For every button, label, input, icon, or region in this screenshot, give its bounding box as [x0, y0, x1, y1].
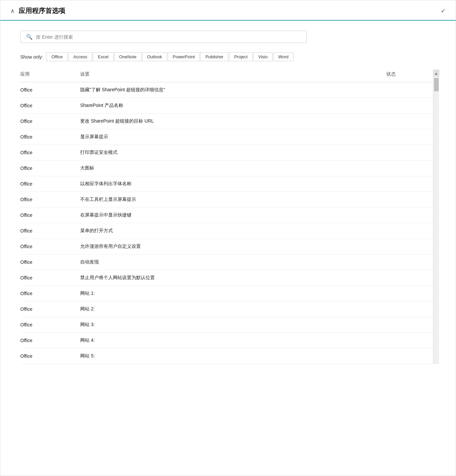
cell-app: Office	[20, 244, 80, 249]
cell-setting: 网站 3:	[80, 322, 386, 328]
table-main: 应用 设置 状态 Office 隐藏"了解 SharePoint 超链接的详细信…	[20, 69, 433, 364]
cell-app: Office	[20, 353, 80, 359]
cell-app: Office	[20, 103, 80, 108]
cell-app: Office	[20, 119, 80, 124]
table-row: Office 更改 SharePoint 超链接的目标 URL	[20, 114, 433, 129]
cell-app: Office	[20, 150, 80, 155]
scroll-up-icon[interactable]: ▲	[433, 70, 439, 77]
cell-setting: 以相应字体列出字体名称	[80, 181, 386, 187]
table-row: Office 网站 1:	[20, 286, 433, 301]
table-row: Office 隐藏"了解 SharePoint 超链接的详细信息"	[20, 82, 433, 98]
collapse-icon[interactable]: ∧	[10, 7, 15, 15]
cell-setting: 显示屏幕提示	[80, 134, 386, 140]
cell-setting: 自动发现	[80, 259, 386, 265]
scroll-thumb[interactable]	[434, 78, 439, 91]
scrollbar[interactable]: ▲	[433, 69, 439, 364]
header-setting: 设置	[80, 69, 386, 79]
cell-app: Office	[20, 166, 80, 171]
cell-app: Office	[20, 259, 80, 265]
table-row: Office 显示屏幕提示	[20, 129, 433, 145]
filter-label: Show only:	[20, 54, 43, 60]
table-row: Office 自动发现	[20, 254, 433, 270]
header-status: 状态	[386, 69, 426, 79]
table-row: Office 允许漫游所有用户自定义设置	[20, 239, 433, 254]
table-row: Office SharePoint 产品名称	[20, 98, 433, 114]
table-row: Office 网站 4:	[20, 333, 433, 348]
cell-setting: 隐藏"了解 SharePoint 超链接的详细信息"	[80, 87, 386, 93]
app-window: ∧ 应用程序首选项 ✓ 🔍 Show only: OfficeAccessExc…	[0, 0, 456, 476]
table-row: Office 以相应字体列出字体名称	[20, 176, 433, 192]
table-wrapper: 应用 设置 状态 Office 隐藏"了解 SharePoint 超链接的详细信…	[20, 69, 439, 364]
filter-btn-outlook[interactable]: Outlook	[142, 52, 167, 61]
cell-setting: 更改 SharePoint 超链接的目标 URL	[80, 118, 386, 124]
cell-setting: 禁止用户将个人网站设置为默认位置	[80, 275, 386, 281]
cell-setting: 网站 5:	[80, 353, 386, 359]
confirm-icon[interactable]: ✓	[441, 7, 446, 15]
cell-app: Office	[20, 87, 80, 93]
title-bar: ∧ 应用程序首选项 ✓	[0, 0, 456, 21]
filter-btn-visio[interactable]: Visio	[253, 52, 273, 61]
cell-setting: 在屏幕提示中显示快捷键	[80, 212, 386, 218]
table-row: Office 网站 5:	[20, 348, 433, 364]
cell-setting: 打印票证安全模式	[80, 150, 386, 156]
cell-setting: 不在工具栏上显示屏幕提示	[80, 197, 386, 203]
table-row: Office 大图标	[20, 161, 433, 176]
cell-app: Office	[20, 134, 80, 140]
cell-setting: 网站 1:	[80, 290, 386, 296]
title-bar-left: ∧ 应用程序首选项	[10, 6, 65, 15]
cell-setting: 菜单的打开方式	[80, 228, 386, 234]
cell-app: Office	[20, 197, 80, 202]
search-icon: 🔍	[26, 34, 33, 40]
filter-row: Show only: OfficeAccessExcelOneNoteOutlo…	[20, 52, 439, 61]
page-title: 应用程序首选项	[19, 6, 65, 15]
filter-btn-office[interactable]: Office	[46, 52, 68, 61]
filter-btn-excel[interactable]: Excel	[93, 52, 114, 61]
main-content: 🔍 Show only: OfficeAccessExcelOneNoteOut…	[0, 21, 456, 476]
table-body: Office 隐藏"了解 SharePoint 超链接的详细信息" Office…	[20, 82, 433, 364]
filter-btn-publisher[interactable]: Publisher	[200, 52, 228, 61]
filter-btn-access[interactable]: Access	[68, 52, 92, 61]
search-bar: 🔍	[20, 31, 307, 43]
filter-btn-onenote[interactable]: OneNote	[114, 52, 141, 61]
filter-btn-powerpoint[interactable]: PowerPoint	[168, 52, 200, 61]
table-row: Office 在屏幕提示中显示快捷键	[20, 208, 433, 223]
cell-app: Office	[20, 291, 80, 296]
table-row: Office 网站 3:	[20, 317, 433, 333]
cell-setting: 网站 2:	[80, 306, 386, 312]
cell-app: Office	[20, 338, 80, 343]
cell-app: Office	[20, 181, 80, 187]
table-row: Office 网站 2:	[20, 301, 433, 317]
filter-btn-word[interactable]: Word	[273, 52, 294, 61]
table-row: Office 菜单的打开方式	[20, 223, 433, 239]
cell-setting: SharePoint 产品名称	[80, 103, 386, 109]
cell-app: Office	[20, 275, 80, 280]
filter-btn-project[interactable]: Project	[229, 52, 252, 61]
table-header: 应用 设置 状态	[20, 69, 433, 82]
table-row: Office 禁止用户将个人网站设置为默认位置	[20, 270, 433, 286]
cell-setting: 大图标	[80, 165, 386, 171]
cell-app: Office	[20, 213, 80, 218]
cell-app: Office	[20, 322, 80, 327]
cell-setting: 网站 4:	[80, 337, 386, 343]
table-row: Office 打印票证安全模式	[20, 145, 433, 161]
search-input[interactable]	[36, 34, 301, 40]
table-row: Office 不在工具栏上显示屏幕提示	[20, 192, 433, 208]
cell-app: Office	[20, 228, 80, 234]
cell-setting: 允许漫游所有用户自定义设置	[80, 243, 386, 249]
cell-app: Office	[20, 306, 80, 312]
header-scroll-space	[426, 69, 433, 79]
header-app: 应用	[20, 69, 80, 79]
